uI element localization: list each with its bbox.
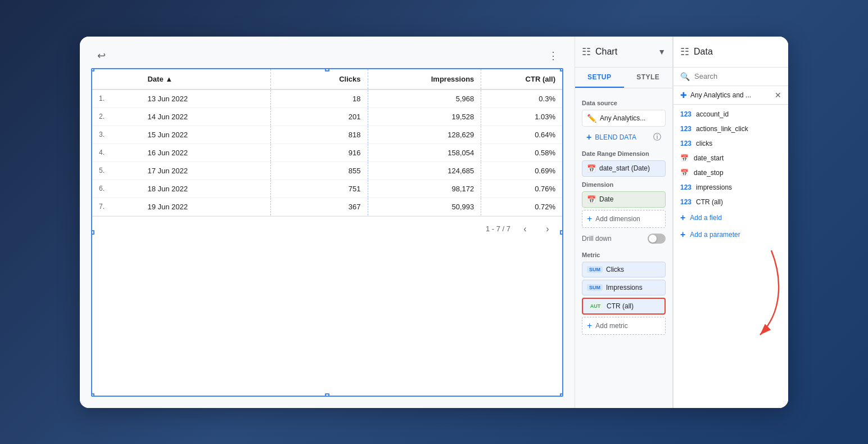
- handle-tr[interactable]: [560, 68, 563, 71]
- metric-label: Metric: [582, 252, 666, 258]
- field-name-account-id: account_id: [696, 110, 729, 118]
- tab-style[interactable]: STYLE: [624, 68, 673, 88]
- data-source-item[interactable]: ✏️ Any Analytics...: [582, 110, 666, 127]
- handle-bl[interactable]: [91, 393, 94, 397]
- drill-down-toggle[interactable]: [648, 234, 666, 244]
- field-item-actions-link[interactable]: 123 actions_link_click: [673, 122, 788, 136]
- cell-num: 6.: [92, 180, 141, 198]
- field-item-date-stop[interactable]: 📅 date_stop: [673, 165, 788, 180]
- setup-content: Data source ✏️ Any Analytics... + BLEND …: [575, 88, 672, 408]
- data-source-label: Data source: [582, 100, 666, 106]
- field-item-account-id[interactable]: 123 account_id: [673, 107, 788, 122]
- col-ctr-header[interactable]: CTR (all): [481, 69, 562, 89]
- metric-label-clicks: Clicks: [606, 266, 661, 273]
- col-num: [92, 69, 141, 89]
- date-range-value: date_start (Date): [599, 164, 650, 172]
- chart-panel-icon: ☷: [582, 46, 591, 58]
- metric-label-ctr: CTR (all): [607, 302, 660, 310]
- handle-mr[interactable]: [560, 230, 563, 235]
- date-range-label: Date Range Dimension: [582, 150, 666, 157]
- field-name-actions-link: actions_link_click: [696, 125, 748, 133]
- add-param-label: Add a parameter: [690, 231, 740, 239]
- add-metric-label: Add metric: [595, 322, 627, 330]
- cell-num: 7.: [92, 198, 141, 216]
- cell-date: 19 Jun 2022: [141, 198, 270, 216]
- datasource-plus-icon: ✚: [680, 91, 687, 100]
- toggle-knob: [649, 235, 657, 243]
- back-button[interactable]: ↩: [93, 48, 109, 64]
- cell-ctr: 0.69%: [481, 162, 562, 180]
- handle-tl[interactable]: [91, 68, 94, 71]
- table-header-row: Date ▲ Clicks Impressions CTR (all): [92, 69, 562, 89]
- col-impressions-header[interactable]: Impressions: [368, 69, 481, 89]
- cell-ctr: 0.64%: [481, 125, 562, 143]
- data-panel-header: ☷ Data: [673, 37, 788, 68]
- table-row: 3. 15 Jun 2022 818 128,629 0.64%: [92, 125, 562, 143]
- dimension-item[interactable]: 📅 Date: [582, 191, 666, 208]
- blend-data-label: BLEND DATA: [595, 133, 636, 141]
- blend-data-button[interactable]: + BLEND DATA ⓘ: [582, 129, 666, 146]
- field-list: 123 account_id 123 actions_link_click 12…: [673, 105, 788, 408]
- field-name-ctr: CTR (all): [696, 198, 723, 206]
- cell-impressions: 124,685: [368, 162, 481, 180]
- cell-ctr: 0.3%: [481, 89, 562, 108]
- cell-clicks: 367: [270, 198, 368, 216]
- metric-item-ctr[interactable]: AUT CTR (all): [582, 298, 666, 315]
- chart-panel-dropdown[interactable]: ▼: [658, 47, 666, 56]
- cell-ctr: 1.03%: [481, 107, 562, 125]
- pagination-info: 1 - 7 / 7: [486, 225, 510, 233]
- handle-tm[interactable]: [325, 68, 329, 71]
- cell-clicks: 751: [270, 180, 368, 198]
- field-item-impressions[interactable]: 123 impressions: [673, 180, 788, 195]
- metric-item-clicks[interactable]: SUM Clicks: [582, 262, 666, 277]
- more-button[interactable]: ⋮: [545, 48, 561, 64]
- add-metric-button[interactable]: + Add metric: [582, 317, 666, 335]
- dimension-value: Date: [599, 195, 613, 203]
- setup-panel: ☷ Chart ▼ SETUP STYLE Data source ✏️ Any…: [575, 37, 673, 408]
- datasource-tag[interactable]: ✚ Any Analytics and ... ✕: [673, 86, 788, 105]
- col-date-header[interactable]: Date ▲: [141, 69, 270, 89]
- field-item-ctr[interactable]: 123 CTR (all): [673, 195, 788, 209]
- cell-impressions: 98,172: [368, 180, 481, 198]
- next-page-button[interactable]: ›: [540, 221, 555, 237]
- search-icon: 🔍: [680, 72, 690, 81]
- table-toolbar: ↩ ⋮: [91, 48, 563, 64]
- tab-setup[interactable]: SETUP: [575, 68, 624, 88]
- data-source-name: Any Analytics...: [600, 114, 661, 122]
- cell-num: 1.: [92, 89, 141, 108]
- chart-panel-header: ☷ Chart ▼: [575, 37, 672, 68]
- date-range-item[interactable]: 📅 date_start (Date): [582, 160, 666, 177]
- field-item-date-start[interactable]: 📅 date_start: [673, 151, 788, 165]
- metric-label-impressions: Impressions: [606, 284, 661, 291]
- col-clicks-header[interactable]: Clicks: [270, 69, 368, 89]
- metric-badge-impressions: SUM: [587, 284, 603, 291]
- cell-date: 15 Jun 2022: [141, 125, 270, 143]
- handle-ml[interactable]: [91, 230, 94, 235]
- add-field-button[interactable]: + Add a field: [673, 209, 788, 226]
- cell-num: 5.: [92, 162, 141, 180]
- cell-clicks: 18: [270, 89, 368, 108]
- datasource-close-icon[interactable]: ✕: [775, 91, 781, 100]
- field-icon-date-stop: 📅: [680, 169, 689, 177]
- metric-item-impressions[interactable]: SUM Impressions: [582, 280, 666, 295]
- prev-page-button[interactable]: ‹: [517, 221, 533, 237]
- chart-panel-title: Chart: [595, 47, 653, 57]
- pencil-icon: ✏️: [587, 114, 596, 123]
- setup-tabs: SETUP STYLE: [575, 68, 672, 88]
- add-parameter-button[interactable]: + Add a parameter: [673, 226, 788, 243]
- field-item-clicks[interactable]: 123 clicks: [673, 136, 788, 151]
- search-input[interactable]: [694, 72, 788, 80]
- handle-br[interactable]: [560, 393, 563, 397]
- add-dimension-button[interactable]: + Add dimension: [582, 210, 666, 228]
- cell-ctr: 0.58%: [481, 143, 562, 162]
- cell-date: 14 Jun 2022: [141, 107, 270, 125]
- cell-clicks: 818: [270, 125, 368, 143]
- data-panel-title: Data: [694, 47, 713, 57]
- cell-date: 16 Jun 2022: [141, 143, 270, 162]
- cell-impressions: 158,054: [368, 143, 481, 162]
- search-bar: 🔍: [673, 68, 788, 86]
- dimension-cal-icon: 📅: [587, 195, 596, 204]
- cell-num: 3.: [92, 125, 141, 143]
- handle-bm[interactable]: [325, 393, 329, 397]
- table-row: 1. 13 Jun 2022 18 5,968 0.3%: [92, 89, 562, 108]
